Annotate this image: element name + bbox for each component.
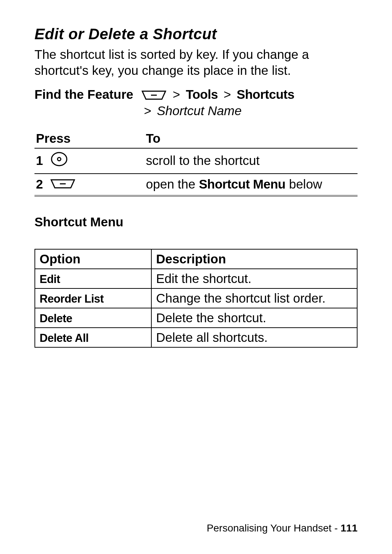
option-header: Option xyxy=(35,249,151,269)
page-footer: Personalising Your Handset - 111 xyxy=(207,522,358,534)
option-description: Delete all shortcuts. xyxy=(151,328,357,347)
nav-key-icon xyxy=(50,151,68,170)
option-name: Delete xyxy=(40,312,72,325)
path-sep-2: > xyxy=(221,87,233,101)
option-description: Edit the shortcut. xyxy=(151,269,357,288)
find-feature-row: Find the Feature > Tools > Shortcuts > S… xyxy=(34,87,358,118)
svg-point-3 xyxy=(58,157,61,161)
steps-table: Press To 1 scroll to the shortcut xyxy=(34,129,358,197)
option-description: Change the shortcut list order. xyxy=(151,288,357,308)
path-sep-3: > xyxy=(142,104,153,118)
path-shortcuts: Shortcuts xyxy=(237,87,294,101)
step-number: 2 xyxy=(36,177,43,191)
steps-header-row: Press To xyxy=(34,129,358,148)
shortcut-menu-heading: Shortcut Menu xyxy=(34,215,358,229)
description-header: Description xyxy=(151,249,357,269)
options-header-row: Option Description xyxy=(35,249,357,269)
option-name: Reorder List xyxy=(40,292,104,305)
menu-key-icon xyxy=(142,88,166,103)
option-row: Edit Edit the shortcut. xyxy=(35,269,357,288)
path-sep-1: > xyxy=(171,87,182,101)
option-name: Delete All xyxy=(40,332,89,344)
footer-section: Personalising Your Handset - xyxy=(207,522,340,534)
menu-key-icon xyxy=(50,177,75,191)
section-title: Edit or Delete a Shortcut xyxy=(34,25,358,43)
path-shortcut-name: Shortcut Name xyxy=(157,104,241,118)
option-description: Delete the shortcut. xyxy=(151,308,357,328)
find-feature-label: Find the Feature xyxy=(34,87,142,102)
option-row: Delete Delete the shortcut. xyxy=(35,308,357,328)
step-to-bold: Shortcut Menu xyxy=(199,177,285,191)
page-number: 111 xyxy=(340,522,358,534)
document-page: Edit or Delete a Shortcut The shortcut l… xyxy=(0,0,392,554)
to-header: To xyxy=(144,129,358,148)
step-to-pre: open the xyxy=(146,177,199,191)
step-row: 1 scroll to the shortcut xyxy=(34,148,358,174)
option-row: Reorder List Change the shortcut list or… xyxy=(35,288,357,308)
path-tools: Tools xyxy=(186,87,218,101)
step-number: 1 xyxy=(36,153,43,168)
options-table: Option Description Edit Edit the shortcu… xyxy=(34,249,358,348)
option-row: Delete All Delete all shortcuts. xyxy=(35,328,357,347)
find-feature-path: > Tools > Shortcuts > Shortcut Name xyxy=(142,87,358,118)
step-to-text: scroll to the shortcut xyxy=(146,153,260,167)
step-row: 2 open the Shortcut Menu below xyxy=(34,174,358,196)
press-header: Press xyxy=(34,129,144,148)
option-name: Edit xyxy=(40,273,60,286)
intro-paragraph: The shortcut list is sorted by key. If y… xyxy=(34,46,358,78)
step-to-post: below xyxy=(285,177,322,191)
svg-point-2 xyxy=(52,153,67,166)
